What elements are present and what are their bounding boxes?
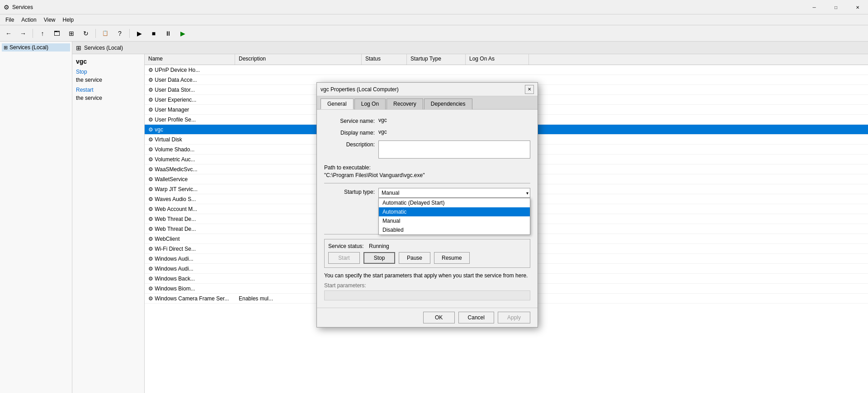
menu-view[interactable]: View bbox=[40, 16, 59, 24]
service-icon: ⚙ bbox=[148, 146, 153, 153]
services-panel-title: Services (Local) bbox=[84, 45, 123, 51]
menu-help[interactable]: Help bbox=[59, 16, 78, 24]
up-button[interactable]: ↑ bbox=[36, 27, 49, 40]
service-icon: ⚙ bbox=[148, 77, 153, 83]
dialog-footer: OK Cancel Apply bbox=[317, 308, 538, 327]
tab-dependencies[interactable]: Dependencies bbox=[424, 98, 472, 109]
tab-logon[interactable]: Log On bbox=[354, 98, 386, 109]
status-buttons-group: Start Stop Pause Resume bbox=[328, 252, 526, 264]
dropdown-item-auto-delayed[interactable]: Automatic (Delayed Start) bbox=[379, 198, 530, 207]
stop-service-link[interactable]: Stop bbox=[76, 69, 141, 75]
toolbar-separator-1 bbox=[33, 29, 33, 38]
description-row: Description: bbox=[324, 140, 530, 160]
divider-1 bbox=[324, 183, 530, 183]
service-icon: ⚙ bbox=[148, 285, 153, 292]
service-status-key: Service status: bbox=[328, 243, 364, 249]
service-icon: ⚙ bbox=[148, 236, 153, 242]
service-name-cell: ⚙ Windows Audi... bbox=[145, 265, 235, 273]
start-service-button[interactable]: Start bbox=[328, 252, 360, 264]
service-icon: ⚙ bbox=[148, 276, 153, 282]
detail-service-name: vgc bbox=[76, 58, 141, 65]
dialog-close-button[interactable]: ✕ bbox=[525, 85, 534, 94]
col-header-desc[interactable]: Description bbox=[235, 54, 362, 65]
service-name-cell: ⚙ User Experienc... bbox=[145, 96, 235, 104]
services-local-icon: ⊞ bbox=[4, 45, 8, 51]
service-name-cell: ⚙ User Profile Se... bbox=[145, 116, 235, 124]
display-name-value: vgc bbox=[378, 129, 530, 135]
service-icon: ⚙ bbox=[148, 67, 153, 73]
service-icon: ⚙ bbox=[148, 107, 153, 113]
dropdown-item-disabled[interactable]: Disabled bbox=[379, 225, 530, 234]
export-button[interactable]: ⊞ bbox=[65, 27, 78, 40]
startup-type-select[interactable]: Manual bbox=[378, 188, 530, 198]
service-name-cell: ⚙ Web Threat De... bbox=[145, 215, 235, 223]
service-name-value: vgc bbox=[378, 117, 530, 123]
tab-general[interactable]: General bbox=[321, 98, 354, 109]
service-icon: ⚙ bbox=[148, 216, 153, 222]
minimize-button[interactable]: ─ bbox=[804, 0, 825, 14]
dialog-general-content: Service name: vgc Display name: vgc Desc… bbox=[317, 110, 538, 308]
dialog-tabs: General Log On Recovery Dependencies bbox=[317, 96, 538, 110]
apply-button[interactable]: Apply bbox=[498, 312, 530, 323]
back-button[interactable]: ← bbox=[2, 27, 15, 40]
service-name-cell: ⚙ Windows Camera Frame Ser... bbox=[145, 295, 235, 303]
service-icon: ⚙ bbox=[148, 136, 153, 143]
col-header-startup[interactable]: Startup Type bbox=[407, 54, 466, 65]
description-textarea[interactable] bbox=[378, 140, 530, 159]
dropdown-item-manual[interactable]: Manual bbox=[379, 216, 530, 225]
ok-button[interactable]: OK bbox=[423, 312, 455, 323]
service-row[interactable]: ⚙ UPnP Device Ho... bbox=[145, 65, 868, 75]
help-button[interactable]: ? bbox=[113, 27, 127, 40]
service-name-row: Service name: vgc bbox=[324, 117, 530, 124]
pause-button-toolbar[interactable]: ⏸ bbox=[161, 27, 175, 40]
startup-dropdown-list: Automatic (Delayed Start) Automatic Manu… bbox=[378, 198, 530, 235]
service-name-cell: ⚙ Windows Audi... bbox=[145, 255, 235, 263]
menu-file[interactable]: File bbox=[2, 16, 18, 24]
play-button[interactable]: ▶ bbox=[132, 27, 146, 40]
startup-type-label: Startup type: bbox=[324, 188, 378, 195]
path-section: Path to executable: "C:\Program Files\Ri… bbox=[324, 164, 530, 178]
forward-button[interactable]: → bbox=[16, 27, 30, 40]
col-header-name[interactable]: Name bbox=[145, 54, 235, 65]
pause-service-button[interactable]: Pause bbox=[399, 252, 430, 264]
resume-service-button[interactable]: Resume bbox=[434, 252, 470, 264]
show-hide-button[interactable]: 🗔 bbox=[50, 27, 64, 40]
maximize-button[interactable]: □ bbox=[826, 0, 846, 14]
service-status-label: Service status: Running bbox=[328, 243, 526, 249]
restart-service-text: the service bbox=[76, 95, 102, 101]
service-icon: ⚙ bbox=[148, 186, 153, 192]
stop-service-button[interactable]: Stop bbox=[363, 252, 395, 264]
service-icon: ⚙ bbox=[148, 266, 153, 272]
app-title: Services bbox=[12, 4, 864, 10]
toolbar: ← → ↑ 🗔 ⊞ ↻ 📋 ? ▶ ■ ⏸ ▶ bbox=[0, 25, 868, 42]
refresh-button[interactable]: ↻ bbox=[79, 27, 93, 40]
sidebar-item-services-local[interactable]: ⊞ Services (Local) bbox=[2, 43, 70, 51]
service-icon: ⚙ bbox=[148, 256, 153, 262]
app-icon: ⚙ bbox=[4, 4, 9, 11]
menu-bar: File Action View Help bbox=[0, 14, 868, 25]
service-status-section: Service status: Running Start Stop Pause… bbox=[324, 239, 530, 268]
col-header-status[interactable]: Status bbox=[362, 54, 407, 65]
start-params-input[interactable] bbox=[324, 290, 530, 300]
services-panel-header: ⊞ Services (Local) bbox=[72, 42, 868, 54]
hint-text: You can specify the start parameters tha… bbox=[324, 272, 530, 279]
restart-service-link[interactable]: Restart bbox=[76, 87, 141, 93]
service-status-value: Running bbox=[369, 243, 389, 249]
service-name-cell: ⚙ Web Threat De... bbox=[145, 225, 235, 233]
service-name-cell: ⚙ User Data Acce... bbox=[145, 76, 235, 84]
menu-action[interactable]: Action bbox=[18, 16, 40, 24]
properties-button[interactable]: 📋 bbox=[99, 27, 112, 40]
close-button[interactable]: ✕ bbox=[847, 0, 868, 14]
dropdown-item-automatic[interactable]: Automatic bbox=[379, 207, 530, 216]
cancel-button[interactable]: Cancel bbox=[458, 312, 494, 323]
service-icon: ⚙ bbox=[148, 126, 153, 133]
restart-button-toolbar[interactable]: ▶ bbox=[176, 27, 189, 40]
stop-button-toolbar[interactable]: ■ bbox=[147, 27, 160, 40]
service-icon: ⚙ bbox=[148, 176, 153, 182]
service-icon: ⚙ bbox=[148, 97, 153, 103]
service-name-cell: ⚙ User Data Stor... bbox=[145, 86, 235, 94]
tab-recovery[interactable]: Recovery bbox=[387, 98, 423, 109]
properties-dialog: vgc Properties (Local Computer) ✕ Genera… bbox=[316, 82, 538, 328]
service-name-cell: ⚙ Wi-Fi Direct Se... bbox=[145, 245, 235, 253]
col-header-logon[interactable]: Log On As bbox=[466, 54, 529, 65]
